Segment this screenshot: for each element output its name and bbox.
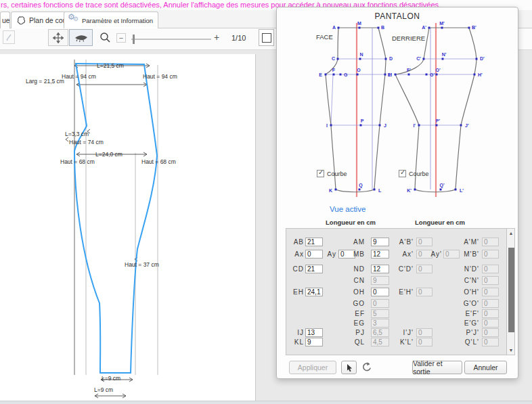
measure-input-AB-prime [416, 238, 433, 246]
zoom-slider-track[interactable] [131, 39, 211, 40]
zoom-out-button[interactable]: − [116, 33, 126, 43]
measure-input-EG-prime [482, 319, 499, 328]
tab-parametre-information[interactable]: ⚙ ⚙ Paramètre et Information [64, 12, 158, 28]
diagram-point-label: L' [460, 188, 464, 193]
pattern-drawing-svg [0, 54, 256, 401]
diagram-point-label: K' [407, 188, 412, 193]
zoom-in-button[interactable]: + [214, 32, 219, 43]
measure-input-AM-prime [482, 238, 499, 246]
measure-label-OH: OH [346, 288, 365, 297]
diagram-point-label: J [384, 123, 386, 128]
diagram-point [330, 125, 332, 127]
diagram-point-label: P [361, 118, 364, 123]
zoom-magnifier-icon [99, 31, 112, 45]
pattern-canvas[interactable]: L=21,5 cm Larg = 21,5 cm Haut = 94 cm Ha… [0, 54, 256, 401]
measure-input-ND[interactable] [371, 265, 389, 273]
scrollbar-thumb[interactable] [508, 248, 514, 332]
refresh-icon[interactable] [361, 361, 372, 372]
diagram-point-label: D' [480, 56, 485, 61]
measure-label-QL: Q'L' [461, 338, 479, 347]
dim-label-l9: L=9 cm [94, 386, 113, 393]
measure-label-MB: MB [346, 250, 365, 259]
measure-label-Ay: Ay' [430, 250, 442, 259]
measure-input-OH[interactable] [371, 288, 389, 296]
diagram-point [385, 58, 387, 60]
measure-label-KL: K'L' [393, 338, 414, 347]
pen-tool-button [3, 30, 15, 44]
diagram-point [379, 125, 381, 127]
measure-label-EF: E'F' [461, 309, 479, 319]
courbe-checkbox-face[interactable]: ✓ Courbe [317, 170, 347, 177]
measure-label-MB: M'B' [461, 250, 479, 259]
measure-label-QL: QL [346, 338, 365, 347]
diagram-point-label: K [329, 188, 332, 193]
diagram-point-label: M [357, 21, 361, 26]
diagram-point [460, 125, 462, 127]
measure-input-KL[interactable] [305, 338, 323, 346]
diagram-point [426, 74, 428, 76]
measure-label-CD: C'D' [393, 265, 414, 274]
courbe-label-derriere: Courbe [409, 171, 429, 177]
pan-move-button[interactable] [48, 29, 68, 46]
diagram-point-label: G' [430, 72, 435, 77]
tab-partial-label: ue [2, 16, 10, 24]
valider-et-sortie-button[interactable]: Valider et sortie [412, 361, 462, 374]
diagram-point [359, 189, 361, 191]
zoom-slider-handle[interactable] [133, 35, 135, 44]
diagram-point [325, 74, 327, 76]
table-scrollbar[interactable]: ▲ ▼ [506, 229, 515, 355]
measure-label-IJ: I'J' [393, 328, 414, 338]
diagram-point-label: O' [435, 68, 440, 72]
measure-input-CN [371, 276, 389, 285]
measure-label-PJ: PJ [346, 328, 365, 338]
diagram-point-label: F [332, 68, 336, 72]
diagram-point-label: B' [472, 25, 476, 30]
measure-input-Ax[interactable] [305, 250, 323, 259]
zoom-in-label: + [214, 32, 219, 43]
tab-partial[interactable]: ue [0, 12, 10, 28]
measure-input-IJ[interactable] [305, 328, 323, 337]
appliquer-button: Appliquer [289, 361, 336, 374]
measure-label-AM: A'M' [461, 238, 479, 247]
measure-input-CD[interactable] [305, 265, 323, 273]
measure-input-CN-prime [482, 276, 499, 285]
diagram-point [357, 74, 359, 76]
diagram-point [436, 125, 438, 127]
measure-label-CD: CD [288, 265, 304, 274]
diagram-point [455, 189, 457, 191]
diagram-point [337, 58, 339, 60]
diagram-point [408, 74, 410, 76]
dim-label-top-length: L=21,5 cm [97, 62, 124, 69]
face-view-label: FACE [316, 33, 333, 41]
scrollbar-down-icon[interactable]: ▼ [507, 346, 515, 355]
frame-select-button[interactable] [259, 29, 274, 46]
diagram-point [474, 74, 476, 76]
diagram-point-label: E [319, 72, 322, 77]
measure-input-MB[interactable] [371, 250, 389, 259]
diagram-point [423, 58, 425, 60]
diagram-point-label: A [332, 25, 336, 30]
diagram-point-label: D [389, 56, 393, 61]
pointer-tool-button[interactable] [341, 361, 357, 374]
diagram-point [360, 125, 362, 127]
diagram-point [414, 189, 416, 191]
courbe-checkbox-derriere[interactable]: ✓ Courbe [399, 170, 429, 177]
measure-input-AM[interactable] [371, 238, 389, 246]
measure-input-EH-prime [416, 288, 433, 296]
leather-hide-icon [16, 16, 26, 25]
diagram-point-label: F' [407, 68, 411, 72]
diagram-point [395, 74, 397, 76]
view-eye-button[interactable] [69, 29, 93, 46]
dim-label-l33: L=3,3 cm [65, 131, 89, 137]
measure-input-AB[interactable] [305, 238, 323, 246]
measure-input-EF-prime [482, 309, 499, 318]
scrollbar-up-icon[interactable]: ▲ [507, 229, 515, 238]
measure-input-Ay-prime [443, 250, 460, 259]
square-icon [262, 33, 271, 43]
measure-input-EH[interactable] [305, 288, 323, 296]
measure-label-CN: C'N' [461, 276, 479, 286]
diagram-point-label: L [378, 188, 382, 193]
measure-label-Ax: Ax [288, 250, 304, 259]
annuler-button[interactable]: Annuler [464, 361, 507, 374]
measure-label-ND: ND [346, 265, 365, 274]
